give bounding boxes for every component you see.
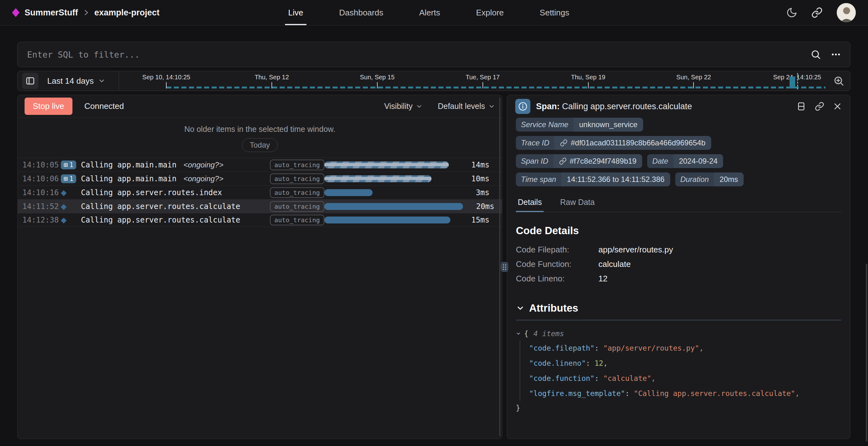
span-id-badge[interactable]: Span ID #f7c8e294f7489b19 (516, 154, 642, 168)
app-root: SummerStuff example-project Live Dashboa… (0, 0, 868, 446)
attributes-json-viewer: { 4 items "code.filepath": "app/server/r… (516, 327, 841, 415)
auto-tracing-tag[interactable]: auto_tracing (270, 201, 324, 212)
row-duration: 14ms (458, 161, 490, 169)
org-name[interactable]: SummerStuff (25, 8, 78, 18)
tab-settings[interactable]: Settings (535, 0, 574, 25)
duration-bar (324, 189, 373, 196)
top-nav: SummerStuff example-project Live Dashboa… (0, 0, 868, 26)
chevron-down-icon (98, 77, 105, 85)
info-icon (515, 99, 530, 114)
search-button[interactable] (810, 49, 821, 60)
split-view-button[interactable] (797, 102, 806, 111)
share-link-button[interactable] (811, 7, 823, 18)
span-title-label: Span: (536, 102, 560, 111)
service-name-badge[interactable]: Service Name unknown_service (516, 118, 643, 132)
json-entry: "code.lineno": 12, (529, 356, 841, 371)
auto-tracing-tag[interactable]: auto_tracing (270, 173, 324, 184)
span-diamond-icon: ◆ (61, 202, 66, 211)
tab-details[interactable]: Details (516, 195, 544, 212)
duration-bar (324, 203, 463, 210)
live-feed-scrollbar[interactable] (499, 98, 500, 436)
log-row-selected[interactable]: 14:11:52 ◆ Calling app.server.routes.cal… (18, 199, 502, 213)
copy-link-button[interactable] (815, 102, 824, 111)
tab-live[interactable]: Live (284, 0, 308, 25)
span-header-actions (797, 102, 842, 111)
date-badge: Date 2024-09-24 (647, 154, 723, 168)
detail-tabs: Details Raw Data (516, 195, 841, 212)
sidebar-toggle-button[interactable] (22, 73, 38, 89)
default-levels-dropdown[interactable]: Default levels (438, 102, 495, 111)
timeline-activity-spike (789, 76, 795, 89)
log-row[interactable]: 14:12:38 ◆ Calling app.server.routes.cal… (18, 213, 502, 227)
attributes-section-toggle[interactable]: Attributes (516, 302, 841, 314)
row-message: Calling app.server.routes.calculate (81, 216, 240, 224)
span-detail-header: Span: Calling app.server.routes.calculat… (507, 95, 850, 118)
filter-more-button[interactable] (831, 49, 841, 60)
panel-resize-grip[interactable] (501, 262, 508, 272)
span-diamond-icon: ◆ (61, 216, 66, 224)
sql-filter-actions (810, 49, 850, 60)
auto-tracing-tag[interactable]: auto_tracing (270, 187, 324, 198)
ellipsis-icon (831, 49, 841, 60)
auto-tracing-tag[interactable]: auto_tracing (270, 215, 324, 225)
tab-raw-data[interactable]: Raw Data (558, 195, 596, 212)
close-panel-button[interactable] (833, 102, 842, 111)
duration-badge: Duration 20ms (675, 172, 744, 186)
stop-live-button[interactable]: Stop live (25, 98, 72, 115)
time-range-select[interactable]: Last 14 days (47, 76, 105, 86)
timeline-strip[interactable]: Sep 10, 14:10:25 Thu, Sep 12 Sun, Sep 15… (166, 71, 826, 91)
code-details-list: Code Filepath: app/server/routes.py Code… (516, 242, 841, 286)
link-icon (815, 102, 824, 111)
code-lineno-row: Code Lineno: 12 (516, 271, 841, 286)
attributes-heading: Attributes (529, 302, 578, 314)
span-title: Calling app.server.routes.calculate (562, 102, 692, 111)
json-items-count: 4 items (533, 327, 564, 341)
split-panel-icon (797, 102, 806, 111)
chevron-down-icon (488, 103, 495, 110)
sql-filter-bar (17, 42, 850, 67)
json-root-line[interactable]: { 4 items (516, 327, 841, 341)
visibility-dropdown[interactable]: Visibility (384, 102, 423, 111)
live-feed-panel: Stop live Connected Visibility Default l… (17, 95, 502, 439)
tab-explore[interactable]: Explore (471, 0, 508, 25)
timeline-bar: Last 14 days Sep 10, 14:10:25 Thu, Sep 1… (17, 71, 850, 91)
row-timestamp: 14:10:05 (22, 161, 61, 169)
row-timestamp: 14:11:52 (22, 202, 61, 211)
sidebar-panel-icon (26, 76, 35, 86)
span-detail-body: Service Name unknown_service Trace ID #d… (507, 118, 850, 415)
chevron-down-icon (516, 331, 521, 336)
tab-dashboards[interactable]: Dashboards (335, 0, 388, 25)
nav-tabs: Live Dashboards Alerts Explore Settings (116, 0, 742, 25)
chevron-down-icon (416, 103, 423, 110)
row-timestamp: 14:10:16 (22, 188, 61, 197)
log-row[interactable]: 14:10:05 ⊞1 Calling app.main.main<ongoin… (18, 158, 502, 171)
row-message: Calling app.main.main (81, 174, 176, 183)
page-scrollbar[interactable] (866, 264, 867, 442)
theme-toggle-button[interactable] (786, 7, 798, 18)
row-ongoing-suffix: <ongoing?> (183, 174, 223, 183)
tab-alerts[interactable]: Alerts (415, 0, 444, 25)
zoom-in-icon (833, 75, 844, 87)
code-function-row: Code Function: calculate (516, 257, 841, 271)
span-count-badge: ⊞1 (61, 174, 76, 183)
brand-diamond-icon (12, 8, 20, 17)
auto-tracing-tag[interactable]: auto_tracing (270, 160, 324, 170)
empty-window-message: No older items in the selected time wind… (18, 125, 502, 134)
timeline-zoom-button[interactable] (833, 75, 844, 87)
row-ongoing-suffix: <ongoing?> (183, 161, 223, 169)
today-button[interactable]: Today (242, 138, 278, 152)
row-timestamp: 14:10:06 (22, 174, 61, 183)
log-row[interactable]: 14:10:16 ◆ Calling app.server.routes.ind… (18, 185, 502, 199)
squared-plus-icon: ⊞ (64, 161, 68, 168)
sql-filter-input[interactable] (18, 42, 810, 67)
timeline-activity-dashes (166, 87, 826, 89)
moon-icon (786, 7, 798, 18)
trace-id-badge[interactable]: Trace ID #df01acad0311189c8b66a466d96965… (516, 136, 711, 150)
row-message: Calling app.server.routes.calculate (81, 202, 240, 211)
timeline-selection-cursor[interactable] (797, 73, 798, 89)
row-duration: 3ms (458, 188, 490, 197)
connection-status: Connected (84, 101, 124, 111)
log-row[interactable]: 14:10:06 ⊞1 Calling app.main.main<ongoin… (18, 171, 502, 185)
avatar[interactable] (837, 3, 856, 22)
span-diamond-icon: ◆ (61, 188, 66, 197)
